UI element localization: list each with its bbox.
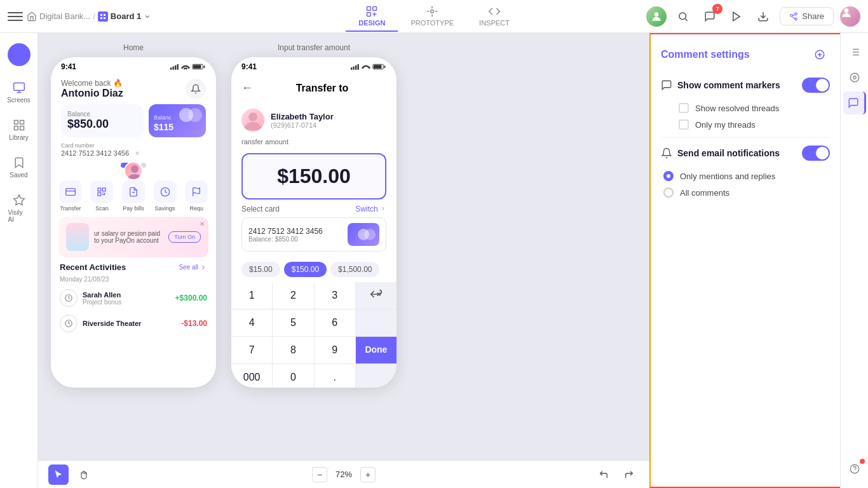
trans-name-riverside: Riverside Theater [83, 320, 176, 327]
key-2[interactable]: 2 [273, 282, 313, 309]
key-backspace[interactable] [356, 282, 397, 309]
hand-tool[interactable] [74, 464, 94, 485]
key-3[interactable]: 3 [315, 282, 355, 309]
only-my-threads-label: Only my threads [695, 120, 756, 130]
keypad: 1 2 3 4 5 6 7 8 9 [231, 282, 397, 388]
input-label-section: ransfer amount [231, 138, 397, 148]
key-empty-1 [356, 309, 397, 336]
switch-link[interactable]: Switch [355, 205, 386, 214]
svg-rect-14 [13, 83, 24, 91]
zoom-minus-btn[interactable]: − [312, 467, 327, 482]
promo-turn-on-btn[interactable]: Turn On [168, 231, 201, 243]
svg-rect-27 [204, 65, 205, 68]
bell-icon[interactable] [186, 79, 206, 99]
user-avatar-right[interactable] [840, 6, 860, 27]
breadcrumb: Digital Bank... / Board 1 [27, 11, 151, 22]
zoom-plus-btn[interactable]: + [360, 467, 376, 482]
svg-point-59 [853, 76, 856, 79]
add-screen-button[interactable] [8, 43, 31, 66]
search-icon-btn[interactable] [673, 6, 693, 27]
action-transfer[interactable]: Transfer [59, 180, 82, 212]
key-9[interactable]: 9 [315, 337, 355, 363]
key-1[interactable]: 1 [231, 282, 272, 309]
contact-info: Elizabeth Taylor (929)617-0714 [271, 112, 334, 129]
sidebar-item-screens[interactable]: Screens [3, 76, 35, 109]
tab-design[interactable]: DESIGN [346, 1, 398, 32]
rs-design-btn[interactable] [843, 66, 866, 89]
user-name: Antonio Diaz [61, 88, 123, 99]
amount-chip-1500[interactable]: $1,500.00 [330, 262, 379, 277]
sidebar-item-library[interactable]: Library [3, 114, 35, 146]
home-phone-frame[interactable]: 9:41 Welcome back 🔥 Antonio Diaz [51, 57, 216, 388]
action-scan[interactable]: Scan [90, 180, 113, 212]
breadcrumb-home: Digital Bank... [39, 11, 90, 21]
play-btn[interactable] [726, 6, 747, 27]
key-0[interactable]: 0 [273, 364, 313, 388]
show-comment-markers-text: Show comment markers [677, 80, 780, 90]
action-savings[interactable]: Savings [154, 180, 177, 212]
savings-icon [154, 180, 177, 203]
key-000[interactable]: 000 [231, 364, 272, 388]
contact-item[interactable]: Elizabeth Taylor (929)617-0714 [231, 102, 397, 138]
rs-help-btn[interactable] [843, 458, 866, 480]
welcome-text: Welcome back 🔥 [61, 79, 123, 88]
key-6[interactable]: 6 [315, 309, 355, 336]
send-email-label-group: Send email notifications [661, 147, 780, 159]
cursor-tool[interactable] [48, 464, 69, 485]
card-number-label: Card number [61, 142, 206, 149]
only-mentions-radio[interactable] [663, 171, 674, 181]
redo-btn[interactable] [619, 464, 639, 485]
amount-chip-150[interactable]: $150.00 [284, 262, 327, 277]
right-sidebar [840, 33, 868, 488]
back-button[interactable]: ← [241, 81, 253, 95]
add-comment-btn[interactable] [810, 44, 830, 65]
only-my-threads-checkbox[interactable] [679, 119, 689, 130]
svg-point-8 [654, 12, 659, 17]
key-done[interactable]: Done [356, 337, 397, 363]
share-button[interactable]: Share [780, 7, 834, 25]
toolbar-left [48, 464, 94, 485]
show-comment-markers-toggle[interactable] [802, 78, 830, 93]
breadcrumb-board[interactable]: Board 1 [98, 11, 151, 22]
svg-rect-33 [98, 193, 101, 196]
see-all-label: See all [179, 264, 198, 271]
key-empty-2 [356, 364, 397, 388]
notification-badge: 7 [712, 4, 722, 14]
all-comments-radio[interactable] [663, 187, 674, 198]
all-comments-row: All comments [663, 187, 830, 198]
key-7[interactable]: 7 [231, 337, 272, 363]
rs-settings-btn[interactable] [843, 41, 866, 64]
user-avatar-main[interactable] [646, 6, 667, 27]
time-transfer: 9:41 [241, 62, 257, 71]
amount-chip-15[interactable]: $15.00 [241, 262, 280, 277]
sidebar-item-visily-ai[interactable]: Visily AI [3, 189, 35, 228]
rs-comment-btn[interactable] [843, 92, 866, 114]
svg-rect-44 [374, 65, 382, 69]
sidebar-item-saved[interactable]: Saved [3, 151, 35, 184]
date-label: Monday 21/08/23 [51, 276, 216, 285]
action-requ[interactable]: Requ [185, 180, 208, 212]
svg-rect-4 [367, 6, 371, 10]
tab-prototype[interactable]: PROTOTYPE [398, 1, 466, 32]
comment-notification-btn[interactable]: 7 [700, 6, 720, 27]
balance-amount: $850.00 [67, 118, 137, 131]
show-resolved-checkbox[interactable] [679, 103, 689, 113]
promo-close-btn[interactable]: ✕ [200, 220, 205, 227]
amount-display-box[interactable]: $150.00 [241, 153, 386, 200]
download-btn[interactable] [753, 6, 773, 27]
card-item[interactable]: 2412 7512 3412 3456 Balance: $850.00 [241, 217, 386, 252]
key-5[interactable]: 5 [273, 309, 313, 336]
send-email-toggle[interactable] [802, 146, 830, 161]
see-all-btn[interactable]: See all [179, 264, 207, 271]
undo-btn[interactable] [593, 464, 614, 485]
topbar-left: Digital Bank... / Board 1 [8, 9, 341, 24]
hamburger-icon[interactable] [8, 9, 23, 24]
select-card-section: Select card Switch 2412 7512 3412 3456 B… [231, 205, 397, 257]
tab-inspect[interactable]: INSPECT [466, 1, 522, 32]
transfer-phone-frame[interactable]: 9:41 ← Transfer to [231, 57, 397, 388]
key-4[interactable]: 4 [231, 309, 272, 336]
key-dot[interactable]: . [315, 364, 355, 388]
key-8[interactable]: 8 [273, 337, 313, 363]
svg-rect-21 [173, 66, 174, 69]
action-pay-bills[interactable]: Pay bills [122, 180, 145, 212]
